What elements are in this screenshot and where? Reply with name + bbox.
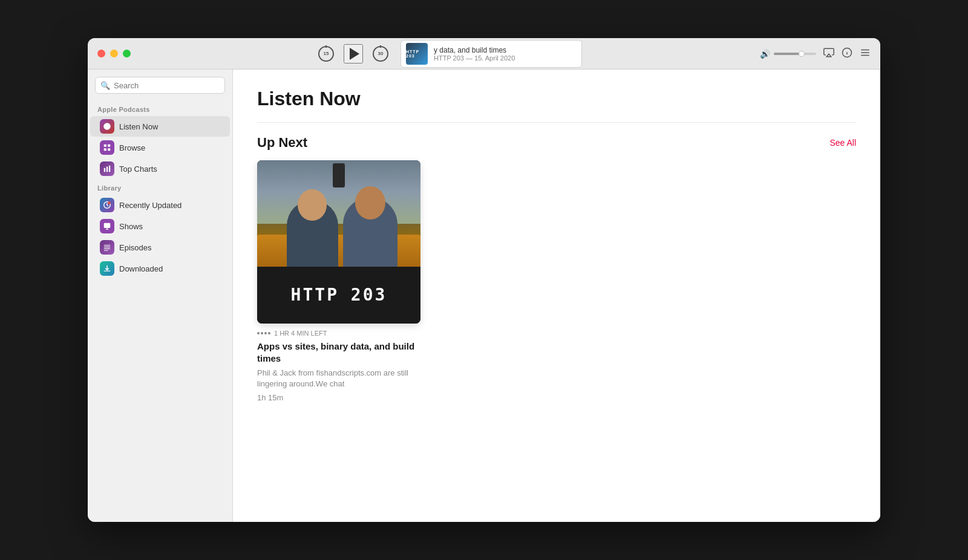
downloaded-icon: [100, 261, 114, 276]
sidebar-item-label: Recently Updated: [119, 201, 182, 210]
top-charts-icon: [100, 161, 114, 176]
main-area: 🔍 Apple Podcasts Listen Now: [88, 70, 880, 522]
apple-podcasts-section-label: Apple Podcasts: [88, 101, 232, 116]
up-next-header: Up Next See All: [257, 135, 856, 151]
volume-icon: 🔊: [760, 49, 770, 59]
art-logo: HTTP 203: [257, 267, 420, 324]
sidebar-item-recently-updated[interactable]: Recently Updated: [90, 195, 230, 215]
search-box[interactable]: 🔍: [95, 77, 225, 94]
podcast-card[interactable]: HTTP 203 1 HR 4 MIN LEFT Apps vs sites, …: [257, 160, 427, 403]
svg-marker-0: [826, 54, 831, 57]
play-icon: [350, 48, 359, 60]
sidebar-item-label: Downloaded: [119, 264, 163, 273]
titlebar-right: 🔊: [760, 47, 871, 60]
episode-description: Phil & Jack from fishandscripts.com are …: [257, 368, 427, 389]
head-right: [355, 186, 385, 220]
search-input[interactable]: [114, 81, 220, 90]
titlebar-controls: 15 30 HTTP 203 y data, and build times: [140, 40, 760, 68]
titlebar: 15 30 HTTP 203 y data, and build times: [88, 38, 880, 70]
episode-duration: 1h 15m: [257, 393, 283, 402]
sidebar: 🔍 Apple Podcasts Listen Now: [88, 70, 233, 522]
queue-button[interactable]: [860, 47, 871, 60]
sidebar-item-episodes[interactable]: Episodes: [90, 237, 230, 258]
app-window: 15 30 HTTP 203 y data, and build times: [88, 38, 880, 522]
episode-meta: 1 HR 4 MIN LEFT: [257, 330, 427, 337]
search-icon: 🔍: [100, 81, 110, 90]
info-button[interactable]: [842, 47, 852, 60]
sidebar-item-label: Shows: [119, 222, 143, 231]
svg-rect-13: [104, 168, 105, 172]
svg-rect-9: [104, 145, 106, 147]
episode-title-bar: y data, and build times: [434, 46, 515, 54]
sidebar-item-downloaded[interactable]: Downloaded: [90, 258, 230, 279]
svg-rect-21: [104, 249, 111, 249]
up-next-title: Up Next: [257, 135, 307, 151]
svg-rect-11: [104, 148, 106, 151]
sidebar-item-label: Browse: [119, 143, 145, 152]
browse-icon: [100, 140, 114, 155]
now-playing-bar[interactable]: HTTP 203 y data, and build times HTTP 20…: [401, 40, 582, 68]
divider: [257, 122, 856, 123]
svg-rect-10: [108, 145, 110, 147]
svg-rect-20: [104, 247, 111, 247]
content-area: Listen Now Up Next See All: [233, 70, 880, 522]
see-all-button[interactable]: See All: [829, 138, 856, 148]
http203-art: HTTP 203: [257, 160, 420, 324]
sidebar-item-listen-now[interactable]: Listen Now: [90, 116, 230, 137]
forward-button[interactable]: 30: [373, 46, 388, 62]
shows-icon: [100, 219, 114, 233]
sidebar-item-label: Episodes: [119, 243, 151, 252]
recently-updated-icon: [100, 198, 114, 212]
sidebar-item-shows[interactable]: Shows: [90, 216, 230, 236]
transport-controls: 15 30: [318, 44, 388, 63]
svg-rect-19: [104, 245, 111, 246]
rewind-icon: 15: [318, 46, 334, 62]
dot: [264, 332, 267, 334]
art-photo: [257, 160, 420, 267]
svg-point-17: [108, 201, 111, 204]
episode-subtitle-bar: HTTP 203 — 15. April 2020: [434, 54, 515, 62]
episode-title-card: Apps vs sites, binary data, and build ti…: [257, 340, 427, 364]
page-title: Listen Now: [257, 88, 856, 110]
library-section-label: Library: [88, 180, 232, 194]
episodes-icon: [100, 240, 114, 255]
airplay-button[interactable]: [823, 47, 834, 60]
podcast-artwork: HTTP 203: [257, 160, 420, 324]
head-left: [298, 189, 327, 221]
minimize-button[interactable]: [110, 50, 118, 57]
volume-slider[interactable]: [774, 53, 816, 55]
sidebar-item-label: Listen Now: [119, 122, 158, 131]
volume-fill: [774, 53, 799, 55]
traffic-lights: [97, 50, 131, 57]
episode-info: y data, and build times HTTP 203 — 15. A…: [434, 46, 515, 62]
dot: [261, 332, 263, 334]
progress-dots: [257, 332, 270, 334]
volume-control[interactable]: 🔊: [760, 49, 816, 59]
dot: [268, 332, 270, 334]
svg-rect-22: [104, 250, 108, 251]
time-remaining: 1 HR 4 MIN LEFT: [274, 330, 327, 337]
maximize-button[interactable]: [123, 50, 131, 57]
close-button[interactable]: [97, 50, 105, 57]
forward-icon: 30: [373, 46, 388, 62]
sidebar-item-top-charts[interactable]: Top Charts: [90, 158, 230, 179]
svg-rect-18: [104, 223, 111, 228]
volume-knob: [799, 51, 805, 57]
rewind-button[interactable]: 15: [318, 46, 334, 62]
http203-logo-text: HTTP 203: [291, 285, 387, 305]
episode-thumbnail: HTTP 203: [406, 43, 428, 65]
listen-now-icon: [100, 119, 114, 134]
sidebar-item-label: Top Charts: [119, 164, 157, 174]
play-button[interactable]: [344, 44, 363, 63]
sidebar-item-browse[interactable]: Browse: [90, 137, 230, 158]
dot: [257, 332, 260, 334]
search-container: 🔍: [88, 77, 232, 101]
lamp: [333, 163, 345, 187]
person-left: [287, 200, 338, 267]
svg-rect-14: [106, 167, 108, 172]
svg-rect-15: [109, 166, 110, 172]
svg-rect-12: [108, 148, 110, 151]
person-right: [343, 197, 397, 267]
